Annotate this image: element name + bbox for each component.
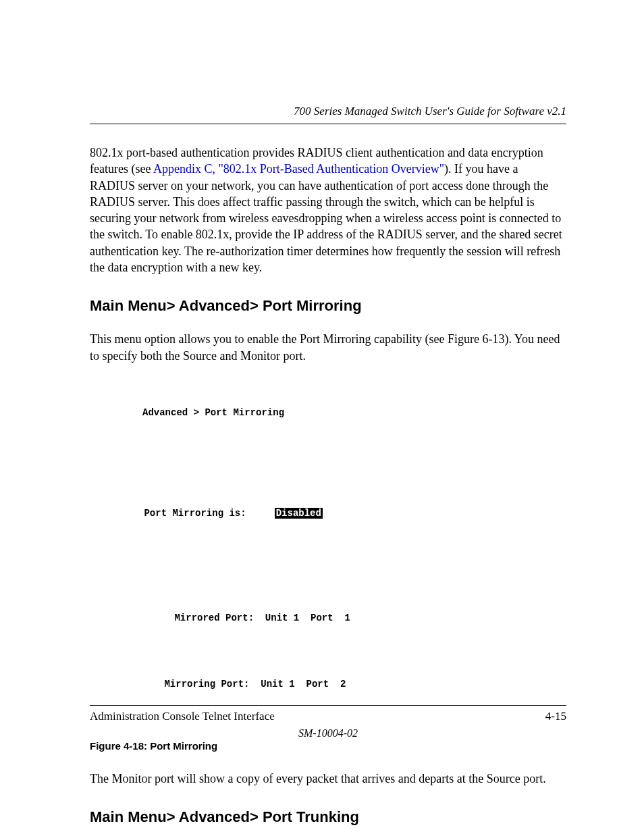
heading-port-trunking: Main Menu> Advanced> Port Trunking	[90, 808, 566, 826]
mirroring-port-value: Unit 1 Port 2	[261, 679, 346, 689]
footer-section-title: Administration Console Telnet Interface	[90, 710, 275, 723]
page-number: 4-15	[545, 710, 566, 723]
port-mirroring-intro: This menu option allows you to enable th…	[90, 331, 566, 364]
figure-caption: Figure 4-18: Port Mirroring	[90, 740, 566, 752]
heading-port-mirroring: Main Menu> Advanced> Port Mirroring	[90, 297, 566, 315]
mirrored-port-value: Unit 1 Port 1	[265, 613, 350, 623]
mirroring-port-label: Mirroring Port:	[164, 679, 249, 689]
intro-paragraph: 802.1x port-based authentication provide…	[90, 145, 566, 276]
document-header: 700 Series Managed Switch User's Guide f…	[90, 105, 566, 124]
text-after-link: ). If you have a RADIUS server on your n…	[90, 162, 562, 274]
mirrored-port-label: Mirrored Port:	[174, 613, 254, 623]
document-number: SM-10004-02	[90, 727, 566, 739]
console-breadcrumb: Advanced > Port Mirroring	[110, 407, 566, 420]
console-screenshot: Advanced > Port Mirroring Port Mirroring…	[110, 380, 566, 731]
monitor-port-paragraph: The Monitor port will show a copy of eve…	[90, 771, 566, 787]
appendix-c-link[interactable]: Appendix C, "802.1x Port-Based Authentic…	[153, 162, 444, 176]
status-label: Port Mirroring is:	[144, 508, 246, 519]
page-footer: Administration Console Telnet Interface …	[90, 705, 566, 739]
status-value: Disabled	[275, 508, 323, 519]
